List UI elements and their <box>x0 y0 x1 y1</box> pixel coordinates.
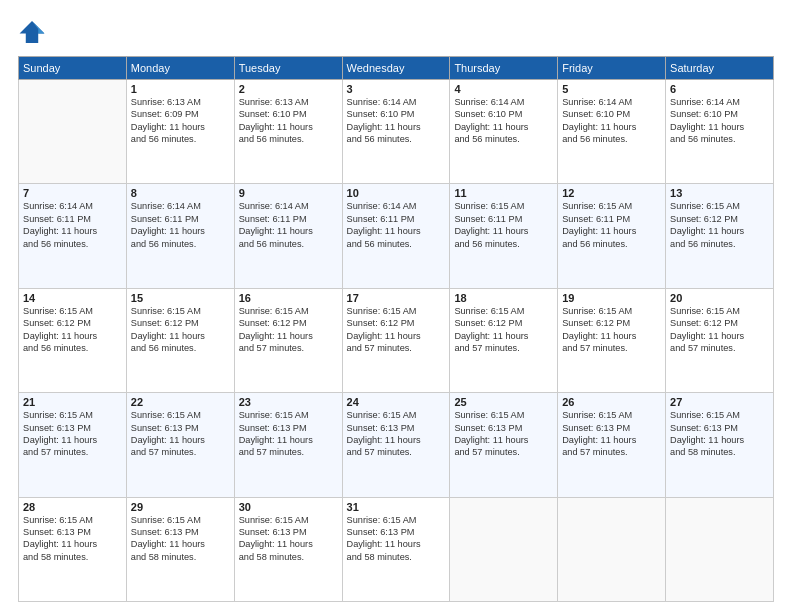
day-number: 27 <box>670 396 769 408</box>
day-number: 7 <box>23 187 122 199</box>
calendar-cell: 15Sunrise: 6:15 AMSunset: 6:12 PMDayligh… <box>126 288 234 392</box>
calendar-cell <box>666 497 774 601</box>
calendar-cell: 5Sunrise: 6:14 AMSunset: 6:10 PMDaylight… <box>558 80 666 184</box>
day-number: 31 <box>347 501 446 513</box>
day-number: 28 <box>23 501 122 513</box>
day-info: Sunrise: 6:15 AMSunset: 6:12 PMDaylight:… <box>239 305 338 355</box>
day-info: Sunrise: 6:14 AMSunset: 6:10 PMDaylight:… <box>454 96 553 146</box>
calendar-cell: 29Sunrise: 6:15 AMSunset: 6:13 PMDayligh… <box>126 497 234 601</box>
calendar-cell: 20Sunrise: 6:15 AMSunset: 6:12 PMDayligh… <box>666 288 774 392</box>
calendar-week-2: 7Sunrise: 6:14 AMSunset: 6:11 PMDaylight… <box>19 184 774 288</box>
day-info: Sunrise: 6:15 AMSunset: 6:12 PMDaylight:… <box>670 200 769 250</box>
calendar-cell: 25Sunrise: 6:15 AMSunset: 6:13 PMDayligh… <box>450 393 558 497</box>
col-header-saturday: Saturday <box>666 57 774 80</box>
col-header-monday: Monday <box>126 57 234 80</box>
day-number: 19 <box>562 292 661 304</box>
day-number: 4 <box>454 83 553 95</box>
calendar-week-1: 1Sunrise: 6:13 AMSunset: 6:09 PMDaylight… <box>19 80 774 184</box>
day-number: 26 <box>562 396 661 408</box>
day-info: Sunrise: 6:14 AMSunset: 6:11 PMDaylight:… <box>347 200 446 250</box>
day-info: Sunrise: 6:15 AMSunset: 6:13 PMDaylight:… <box>347 409 446 459</box>
day-info: Sunrise: 6:15 AMSunset: 6:13 PMDaylight:… <box>562 409 661 459</box>
day-info: Sunrise: 6:15 AMSunset: 6:12 PMDaylight:… <box>670 305 769 355</box>
page: SundayMondayTuesdayWednesdayThursdayFrid… <box>0 0 792 612</box>
day-info: Sunrise: 6:14 AMSunset: 6:10 PMDaylight:… <box>670 96 769 146</box>
calendar-cell: 9Sunrise: 6:14 AMSunset: 6:11 PMDaylight… <box>234 184 342 288</box>
day-number: 14 <box>23 292 122 304</box>
day-number: 20 <box>670 292 769 304</box>
col-header-tuesday: Tuesday <box>234 57 342 80</box>
calendar-cell: 10Sunrise: 6:14 AMSunset: 6:11 PMDayligh… <box>342 184 450 288</box>
calendar-cell: 7Sunrise: 6:14 AMSunset: 6:11 PMDaylight… <box>19 184 127 288</box>
calendar-header-row: SundayMondayTuesdayWednesdayThursdayFrid… <box>19 57 774 80</box>
col-header-wednesday: Wednesday <box>342 57 450 80</box>
calendar-cell: 13Sunrise: 6:15 AMSunset: 6:12 PMDayligh… <box>666 184 774 288</box>
calendar-cell: 4Sunrise: 6:14 AMSunset: 6:10 PMDaylight… <box>450 80 558 184</box>
day-info: Sunrise: 6:15 AMSunset: 6:12 PMDaylight:… <box>131 305 230 355</box>
day-info: Sunrise: 6:15 AMSunset: 6:13 PMDaylight:… <box>239 514 338 564</box>
day-number: 6 <box>670 83 769 95</box>
day-info: Sunrise: 6:15 AMSunset: 6:13 PMDaylight:… <box>23 409 122 459</box>
day-number: 16 <box>239 292 338 304</box>
calendar-cell: 28Sunrise: 6:15 AMSunset: 6:13 PMDayligh… <box>19 497 127 601</box>
day-number: 2 <box>239 83 338 95</box>
calendar-cell: 24Sunrise: 6:15 AMSunset: 6:13 PMDayligh… <box>342 393 450 497</box>
calendar-cell: 14Sunrise: 6:15 AMSunset: 6:12 PMDayligh… <box>19 288 127 392</box>
day-info: Sunrise: 6:15 AMSunset: 6:12 PMDaylight:… <box>562 305 661 355</box>
calendar-cell: 16Sunrise: 6:15 AMSunset: 6:12 PMDayligh… <box>234 288 342 392</box>
calendar-cell: 26Sunrise: 6:15 AMSunset: 6:13 PMDayligh… <box>558 393 666 497</box>
calendar-cell: 2Sunrise: 6:13 AMSunset: 6:10 PMDaylight… <box>234 80 342 184</box>
day-number: 29 <box>131 501 230 513</box>
calendar-cell: 31Sunrise: 6:15 AMSunset: 6:13 PMDayligh… <box>342 497 450 601</box>
day-info: Sunrise: 6:13 AMSunset: 6:09 PMDaylight:… <box>131 96 230 146</box>
day-info: Sunrise: 6:14 AMSunset: 6:10 PMDaylight:… <box>562 96 661 146</box>
day-number: 12 <box>562 187 661 199</box>
calendar-cell: 17Sunrise: 6:15 AMSunset: 6:12 PMDayligh… <box>342 288 450 392</box>
header <box>18 18 774 46</box>
col-header-sunday: Sunday <box>19 57 127 80</box>
calendar-cell: 1Sunrise: 6:13 AMSunset: 6:09 PMDaylight… <box>126 80 234 184</box>
day-number: 11 <box>454 187 553 199</box>
calendar-table: SundayMondayTuesdayWednesdayThursdayFrid… <box>18 56 774 602</box>
day-number: 9 <box>239 187 338 199</box>
day-info: Sunrise: 6:14 AMSunset: 6:11 PMDaylight:… <box>23 200 122 250</box>
day-number: 13 <box>670 187 769 199</box>
col-header-friday: Friday <box>558 57 666 80</box>
calendar-cell <box>19 80 127 184</box>
day-number: 23 <box>239 396 338 408</box>
day-info: Sunrise: 6:15 AMSunset: 6:13 PMDaylight:… <box>454 409 553 459</box>
calendar-week-4: 21Sunrise: 6:15 AMSunset: 6:13 PMDayligh… <box>19 393 774 497</box>
col-header-thursday: Thursday <box>450 57 558 80</box>
calendar-cell: 22Sunrise: 6:15 AMSunset: 6:13 PMDayligh… <box>126 393 234 497</box>
day-number: 18 <box>454 292 553 304</box>
calendar-cell <box>558 497 666 601</box>
day-info: Sunrise: 6:14 AMSunset: 6:11 PMDaylight:… <box>131 200 230 250</box>
calendar-week-3: 14Sunrise: 6:15 AMSunset: 6:12 PMDayligh… <box>19 288 774 392</box>
day-info: Sunrise: 6:15 AMSunset: 6:13 PMDaylight:… <box>131 409 230 459</box>
day-info: Sunrise: 6:15 AMSunset: 6:13 PMDaylight:… <box>670 409 769 459</box>
day-info: Sunrise: 6:13 AMSunset: 6:10 PMDaylight:… <box>239 96 338 146</box>
day-number: 25 <box>454 396 553 408</box>
day-info: Sunrise: 6:15 AMSunset: 6:12 PMDaylight:… <box>454 305 553 355</box>
day-number: 22 <box>131 396 230 408</box>
calendar-cell: 3Sunrise: 6:14 AMSunset: 6:10 PMDaylight… <box>342 80 450 184</box>
day-number: 1 <box>131 83 230 95</box>
calendar-cell: 18Sunrise: 6:15 AMSunset: 6:12 PMDayligh… <box>450 288 558 392</box>
day-number: 24 <box>347 396 446 408</box>
day-info: Sunrise: 6:15 AMSunset: 6:12 PMDaylight:… <box>347 305 446 355</box>
day-info: Sunrise: 6:15 AMSunset: 6:13 PMDaylight:… <box>239 409 338 459</box>
calendar-cell: 30Sunrise: 6:15 AMSunset: 6:13 PMDayligh… <box>234 497 342 601</box>
calendar-cell: 11Sunrise: 6:15 AMSunset: 6:11 PMDayligh… <box>450 184 558 288</box>
logo <box>18 18 50 46</box>
calendar-cell: 27Sunrise: 6:15 AMSunset: 6:13 PMDayligh… <box>666 393 774 497</box>
calendar-cell: 21Sunrise: 6:15 AMSunset: 6:13 PMDayligh… <box>19 393 127 497</box>
calendar-cell: 23Sunrise: 6:15 AMSunset: 6:13 PMDayligh… <box>234 393 342 497</box>
day-number: 8 <box>131 187 230 199</box>
calendar-cell: 19Sunrise: 6:15 AMSunset: 6:12 PMDayligh… <box>558 288 666 392</box>
day-info: Sunrise: 6:15 AMSunset: 6:13 PMDaylight:… <box>23 514 122 564</box>
day-number: 30 <box>239 501 338 513</box>
day-info: Sunrise: 6:14 AMSunset: 6:11 PMDaylight:… <box>239 200 338 250</box>
day-info: Sunrise: 6:14 AMSunset: 6:10 PMDaylight:… <box>347 96 446 146</box>
day-number: 3 <box>347 83 446 95</box>
calendar-cell <box>450 497 558 601</box>
